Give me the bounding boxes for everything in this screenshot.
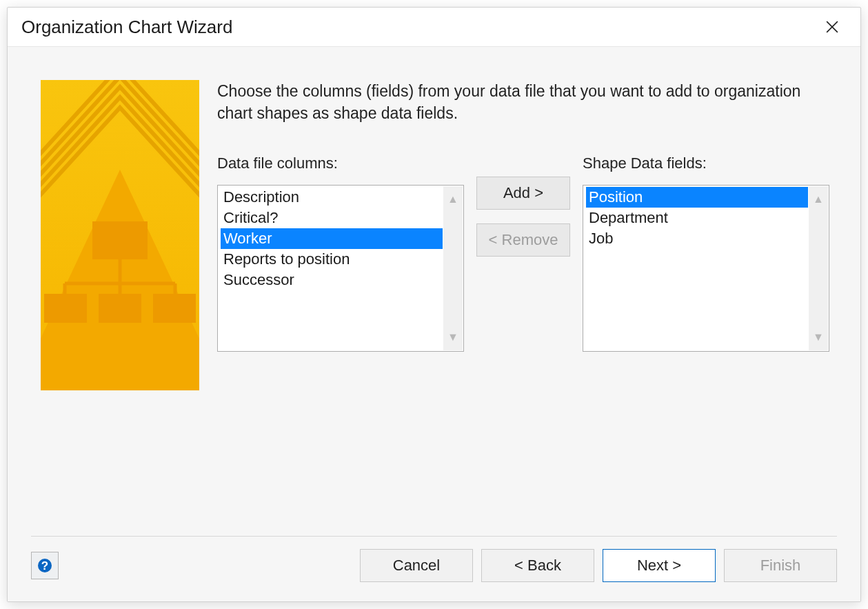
- data-file-columns-listbox[interactable]: DescriptionCritical?WorkerReports to pos…: [217, 185, 464, 352]
- list-item[interactable]: Worker: [221, 228, 443, 249]
- svg-text:?: ?: [41, 559, 48, 572]
- footer-bar: ? Cancel < Back Next > Finish: [31, 549, 837, 582]
- add-button[interactable]: Add >: [476, 177, 570, 210]
- org-chart-icon: [41, 80, 199, 390]
- shape-data-fields-label: Shape Data fields:: [583, 154, 829, 172]
- svg-rect-10: [99, 294, 141, 323]
- dialog-body: Choose the columns (fields) from your da…: [8, 46, 860, 601]
- list-item[interactable]: Description: [221, 187, 443, 208]
- list-item[interactable]: Successor: [221, 270, 443, 290]
- back-button[interactable]: < Back: [481, 549, 594, 582]
- svg-rect-9: [44, 294, 87, 323]
- shape-data-fields-block: Shape Data fields: PositionDepartmentJob…: [583, 154, 829, 352]
- data-file-columns-block: Data file columns: DescriptionCritical?W…: [217, 154, 464, 352]
- help-button[interactable]: ?: [31, 552, 59, 579]
- scrollbar[interactable]: ▲ ▼: [443, 186, 463, 350]
- list-item[interactable]: Job: [586, 228, 808, 249]
- data-file-columns-label: Data file columns:: [217, 154, 464, 172]
- wizard-illustration: [41, 80, 199, 390]
- content-area: Choose the columns (fields) from your da…: [217, 80, 829, 601]
- help-icon: ?: [37, 557, 53, 574]
- columns-row: Data file columns: DescriptionCritical?W…: [217, 154, 829, 352]
- finish-button[interactable]: Finish: [724, 549, 837, 582]
- shape-data-fields-listbox[interactable]: PositionDepartmentJob ▲ ▼: [583, 185, 829, 352]
- remove-button[interactable]: < Remove: [476, 223, 570, 257]
- close-icon: [826, 21, 838, 33]
- scroll-down-icon[interactable]: ▼: [447, 327, 458, 348]
- svg-rect-11: [153, 294, 196, 323]
- scrollbar[interactable]: ▲ ▼: [809, 186, 828, 350]
- list-item[interactable]: Department: [586, 208, 808, 228]
- wizard-dialog: Organization Chart Wizard: [7, 7, 861, 602]
- scroll-up-icon[interactable]: ▲: [447, 189, 458, 210]
- window-title: Organization Chart Wizard: [21, 17, 232, 38]
- scroll-down-icon[interactable]: ▼: [813, 327, 824, 348]
- scroll-up-icon[interactable]: ▲: [813, 189, 824, 210]
- list-item[interactable]: Critical?: [221, 208, 443, 228]
- transfer-buttons: Add > < Remove: [476, 177, 570, 257]
- titlebar: Organization Chart Wizard: [8, 8, 860, 46]
- footer-divider: [31, 536, 837, 537]
- close-button[interactable]: [816, 11, 848, 43]
- next-button[interactable]: Next >: [603, 549, 716, 582]
- list-item[interactable]: Position: [586, 187, 808, 208]
- list-item[interactable]: Reports to position: [221, 249, 443, 270]
- svg-rect-3: [92, 221, 148, 259]
- cancel-button[interactable]: Cancel: [360, 549, 473, 582]
- instruction-text: Choose the columns (fields) from your da…: [217, 80, 829, 124]
